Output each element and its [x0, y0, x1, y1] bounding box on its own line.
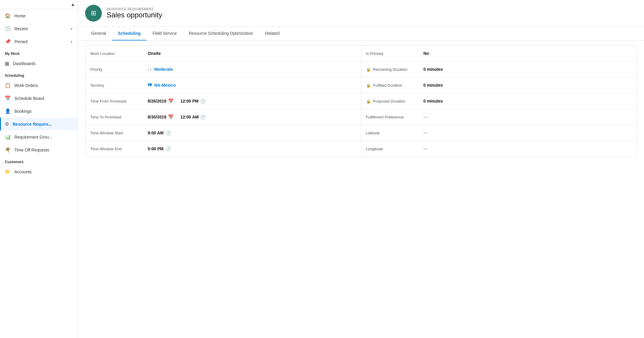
accounts-icon: 📁 — [5, 169, 11, 175]
dashboard-icon: ▦ — [5, 61, 9, 66]
time-window-end-time: 5:00 PM — [148, 146, 164, 151]
work-orders-icon: 📋 — [5, 82, 11, 88]
chevron-down-icon: ∨ — [70, 40, 73, 44]
time-to-promised-label: Time To Promised — [85, 111, 145, 123]
clock-icon[interactable]: 🕐 — [200, 115, 205, 119]
page-title: Sales opportunity — [107, 11, 162, 19]
fulfilled-duration-value: 0 minutes — [421, 79, 637, 91]
sidebar-item-label: Schedule Board — [14, 96, 44, 101]
longitude-label: Longitude — [361, 143, 421, 155]
record-icon-symbol: ⊞ — [91, 9, 96, 17]
form-row-time-window-end: Time Window End 5:00 PM 🕐 Longitude --- — [85, 141, 637, 157]
lock-icon: 🔒 — [366, 67, 371, 72]
tab-related[interactable]: Related — [259, 27, 285, 40]
proposed-duration-label: 🔒 Proposed Duration — [361, 95, 421, 107]
form-row-time-from-promised: Time From Promised 8/26/2019 📅 12:00 PM … — [85, 93, 637, 109]
tab-resource-scheduling-optimization[interactable]: Resource Scheduling Optimization — [183, 27, 259, 40]
lock-icon: 🔒 — [366, 83, 371, 88]
sidebar-item-bookings[interactable]: 👤 Bookings — [0, 105, 78, 118]
form-content: Work Location Onsite Is Primary No Prior… — [78, 40, 644, 338]
form-row-priority: Priority ↓↑ Moderate 🔒 Remaining Duratio… — [85, 61, 637, 77]
schedule-board-icon: 📅 — [5, 95, 11, 101]
sidebar-item-label: Time Off Requests — [14, 148, 49, 152]
map-icon: 🗺 — [148, 83, 152, 88]
time-window-end-label: Time Window End — [85, 143, 145, 155]
territory-value[interactable]: 🗺 NA-Mexico — [145, 79, 361, 91]
main-content: ⊞ RESOURCE REQUIREMENT Sales opportunity… — [78, 0, 644, 338]
tab-field-service[interactable]: Field Service — [146, 27, 183, 40]
time-to-time: 12:00 AM — [180, 115, 199, 119]
time-from-promised-label: Time From Promised — [85, 95, 145, 107]
time-window-start-value: 9:00 AM 🕐 — [145, 127, 361, 139]
home-icon: 🏠 — [5, 13, 11, 19]
priority-link-text[interactable]: Moderate — [154, 67, 173, 72]
sidebar-item-schedule-board[interactable]: 📅 Schedule Board — [0, 92, 78, 105]
resource-require-icon: ⚙ — [5, 121, 9, 127]
clock-icon[interactable]: 🕐 — [166, 146, 171, 151]
scroll-up-button[interactable]: ▲ — [70, 2, 75, 7]
clock-icon: 🕐 — [5, 26, 11, 31]
calendar-icon[interactable]: 📅 — [168, 114, 174, 120]
sidebar-item-label: Accounts — [14, 169, 32, 174]
time-off-icon: 🌴 — [5, 147, 11, 153]
header-text: RESOURCE REQUIREMENT Sales opportunity — [107, 7, 162, 19]
form-row-territory: Territory 🗺 NA-Mexico 🔒 Fulfilled Durati… — [85, 77, 637, 93]
sidebar-nav-home[interactable]: 🏠 Home — [0, 9, 78, 22]
is-primary-label: Is Primary — [361, 48, 421, 59]
sidebar-nav-pinned[interactable]: 📌 Pinned ∨ — [0, 35, 78, 48]
sidebar-item-label: Resource Require... — [13, 122, 52, 127]
clock-icon[interactable]: 🕐 — [166, 130, 171, 135]
record-type-label: RESOURCE REQUIREMENT — [107, 7, 162, 11]
pin-icon: 📌 — [5, 39, 11, 44]
requirement-grou-icon: 📊 — [5, 134, 11, 140]
bookings-icon: 👤 — [5, 108, 11, 114]
record-icon: ⊞ — [85, 5, 102, 22]
sidebar-item-work-orders[interactable]: 📋 Work Orders — [0, 79, 78, 92]
sidebar-scroll-top[interactable]: ▲ — [0, 0, 78, 9]
record-header: ⊞ RESOURCE REQUIREMENT Sales opportunity — [78, 0, 644, 27]
clock-icon[interactable]: 🕐 — [200, 99, 205, 103]
sidebar-item-label: Dashboards — [13, 61, 36, 66]
sidebar-item-label: Work Orders — [14, 83, 38, 88]
longitude-value: --- — [421, 143, 637, 155]
priority-label: Priority — [85, 64, 145, 75]
time-window-end-value: 5:00 PM 🕐 — [145, 143, 361, 155]
tab-scheduling[interactable]: Scheduling — [112, 27, 146, 40]
form-row-time-to-promised: Time To Promised 8/30/2019 📅 12:00 AM 🕐 … — [85, 109, 637, 125]
remaining-duration-value: 0 minutes — [421, 63, 637, 75]
form-row-time-window-start: Time Window Start 9:00 AM 🕐 Latitude --- — [85, 125, 637, 141]
work-location-value: Onsite — [145, 47, 361, 59]
sidebar-item-label: Requirement Grou... — [14, 135, 52, 139]
time-window-start-time: 9:00 AM — [148, 130, 164, 135]
sidebar-item-dashboards[interactable]: ▦ Dashboards — [0, 57, 78, 70]
latitude-label: Latitude — [361, 127, 421, 139]
priority-value[interactable]: ↓↑ Moderate — [145, 63, 361, 75]
chevron-down-icon: ∨ — [70, 27, 73, 31]
lock-icon: 🔒 — [366, 99, 371, 103]
fulfillment-preference-value: --- — [421, 111, 637, 123]
sidebar-item-label: Recent — [14, 26, 28, 31]
work-location-label: Work Location — [85, 48, 145, 59]
is-primary-value: No — [421, 47, 637, 59]
customers-section-label: Customers — [0, 156, 78, 165]
tab-general[interactable]: General — [85, 27, 112, 40]
time-to-date: 8/30/2019 — [148, 115, 166, 119]
scheduling-form: Work Location Onsite Is Primary No Prior… — [85, 45, 637, 157]
sidebar-item-time-off-requests[interactable]: 🌴 Time Off Requests — [0, 143, 78, 156]
calendar-icon[interactable]: 📅 — [168, 98, 174, 104]
territory-label: Territory — [85, 79, 145, 91]
scheduling-section-label: Scheduling — [0, 70, 78, 79]
territory-link-text[interactable]: NA-Mexico — [154, 83, 176, 88]
sidebar-item-label: Home — [14, 13, 25, 18]
sidebar-item-resource-require[interactable]: ⚙ Resource Require... — [0, 118, 78, 130]
sidebar-item-requirement-grou[interactable]: 📊 Requirement Grou... — [0, 130, 78, 143]
time-from-promised-value: 8/26/2019 📅 12:00 PM 🕐 — [145, 95, 361, 107]
time-from-date: 8/26/2019 — [148, 99, 166, 103]
sidebar-nav-recent[interactable]: 🕐 Recent ∨ — [0, 22, 78, 35]
sidebar-item-accounts[interactable]: 📁 Accounts — [0, 165, 78, 178]
sidebar-item-label: Bookings — [14, 109, 32, 114]
tab-bar: General Scheduling Field Service Resourc… — [78, 27, 644, 40]
time-from-time: 12:00 PM — [180, 99, 199, 103]
latitude-value: --- — [421, 127, 637, 139]
fulfilled-duration-label: 🔒 Fulfilled Duration — [361, 79, 421, 91]
